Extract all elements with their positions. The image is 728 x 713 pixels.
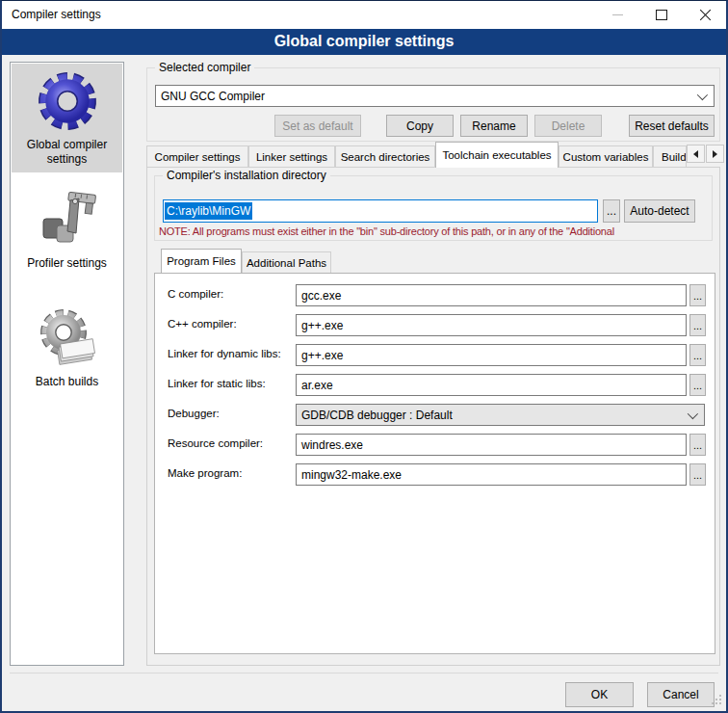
make-program-input[interactable]: mingw32-make.exe (296, 463, 687, 486)
c-compiler-label: C compiler: (168, 288, 223, 300)
static-linker-label: Linker for static libs: (168, 378, 266, 389)
field-row-c-compiler: C compiler: gcc.exe ... (155, 284, 715, 306)
sidebar-item-global-compiler-settings[interactable]: Global compiler settings (12, 64, 122, 172)
static-linker-value: ar.exe (301, 379, 333, 392)
make-program-browse-button[interactable]: ... (689, 463, 706, 486)
installation-directory-group-label: Compiler's installation directory (163, 169, 330, 182)
resource-compiler-input[interactable]: windres.exe (296, 434, 687, 456)
tab-custom-variables[interactable]: Custom variables (559, 145, 653, 168)
tab-search-directories[interactable]: Search directories (335, 145, 435, 168)
dynamic-linker-label: Linker for dynamic libs: (168, 348, 281, 359)
field-row-dynamic-linker: Linker for dynamic libs: g++.exe ... (155, 344, 715, 366)
sidebar-item-label: Profiler settings (13, 256, 121, 271)
sidebar-item-batch-builds[interactable]: Batch builds (12, 301, 122, 403)
toolchain-executables-page: Compiler's installation directory C:\ray… (146, 167, 720, 666)
program-files-page: C compiler: gcc.exe ... C++ compiler: g+… (154, 273, 715, 654)
cpp-compiler-label: C++ compiler: (168, 318, 237, 330)
cpp-compiler-value: g++.exe (301, 319, 343, 332)
tab-linker-settings[interactable]: Linker settings (248, 145, 335, 168)
footer-divider (10, 673, 718, 673)
sidebar-item-label: Batch builds (13, 375, 121, 389)
tab-scroll-left-button[interactable] (687, 145, 705, 163)
directory-note: NOTE: All programs must exist either in … (159, 225, 719, 237)
subtab-program-files[interactable]: Program Files (161, 249, 242, 273)
compiler-select[interactable]: GNU GCC Compiler (155, 85, 715, 107)
arrow-right-icon (713, 150, 717, 158)
tab-toolchain-executables[interactable]: Toolchain executables (435, 142, 559, 168)
auto-detect-button[interactable]: Auto-detect (624, 199, 695, 223)
arrow-left-icon (693, 150, 698, 158)
page-title: Global compiler settings (2, 29, 726, 55)
make-program-label: Make program: (168, 467, 242, 479)
ok-button[interactable]: OK (565, 682, 634, 707)
caliper-icon (37, 189, 98, 251)
reset-defaults-button[interactable]: Reset defaults (629, 115, 715, 137)
tab-build-options-truncated[interactable]: Build (653, 145, 687, 168)
compiler-settings-dialog: Compiler settings Global compiler settin… (0, 0, 728, 713)
compiler-select-value: GNU GCC Compiler (161, 90, 265, 103)
gray-gear-stack-icon (37, 307, 98, 369)
browse-directory-button[interactable]: ... (603, 199, 620, 223)
cancel-button[interactable]: Cancel (647, 682, 715, 707)
field-row-cpp-compiler: C++ compiler: g++.exe ... (155, 314, 715, 336)
chevron-down-icon (697, 90, 708, 100)
dynamic-linker-browse-button[interactable]: ... (689, 344, 706, 366)
selected-compiler-group-label: Selected compiler (155, 61, 254, 74)
make-program-value: mingw32-make.exe (301, 468, 402, 482)
sidebar-item-label: Global compiler settings (13, 138, 121, 167)
installation-directory-input[interactable]: C:\raylib\MinGW (163, 199, 598, 223)
tab-compiler-settings[interactable]: Compiler settings (146, 145, 248, 168)
close-icon (699, 10, 711, 21)
copy-button[interactable]: Copy (386, 115, 454, 137)
dynamic-linker-value: g++.exe (301, 349, 343, 362)
resize-grip[interactable] (711, 694, 722, 708)
blue-gear-icon (37, 70, 98, 132)
debugger-label: Debugger: (168, 408, 220, 419)
set-as-default-button: Set as default (274, 115, 361, 137)
cpp-compiler-browse-button[interactable]: ... (689, 314, 706, 336)
resource-compiler-value: windres.exe (301, 438, 363, 452)
maximize-button[interactable] (639, 1, 683, 29)
installation-directory-value: C:\raylib\MinGW (165, 202, 252, 220)
selected-compiler-group: Selected compiler GNU GCC Compiler Set a… (146, 67, 720, 142)
static-linker-input[interactable]: ar.exe (296, 374, 687, 396)
dynamic-linker-input[interactable]: g++.exe (296, 344, 687, 366)
chevron-down-icon (688, 409, 698, 419)
c-compiler-browse-button[interactable]: ... (689, 284, 706, 306)
resource-compiler-browse-button[interactable]: ... (689, 434, 706, 456)
field-row-debugger: Debugger: GDB/CDB debugger : Default (155, 404, 715, 426)
sidebar-item-profiler-settings[interactable]: Profiler settings (12, 182, 122, 282)
debugger-value: GDB/CDB debugger : Default (301, 409, 453, 422)
maximize-icon (656, 10, 667, 20)
debugger-select[interactable]: GDB/CDB debugger : Default (296, 404, 705, 426)
c-compiler-value: gcc.exe (301, 289, 341, 303)
field-row-static-linker: Linker for static libs: ar.exe ... (155, 374, 715, 396)
window-controls (596, 1, 726, 29)
field-row-make-program: Make program: mingw32-make.exe ... (155, 463, 715, 486)
subtab-additional-paths[interactable]: Additional Paths (242, 251, 331, 273)
close-button[interactable] (683, 1, 726, 29)
window-title: Compiler settings (12, 8, 101, 21)
minimize-button (596, 1, 639, 29)
cpp-compiler-input[interactable]: g++.exe (296, 314, 687, 336)
minimize-icon (612, 14, 623, 15)
field-row-resource-compiler: Resource compiler: windres.exe ... (155, 434, 715, 456)
rename-button[interactable]: Rename (460, 115, 528, 137)
settings-category-list: Global compiler settings Profiler settin… (10, 62, 124, 666)
c-compiler-input[interactable]: gcc.exe (296, 284, 687, 306)
static-linker-browse-button[interactable]: ... (689, 374, 706, 396)
tab-scroll-right-button[interactable] (706, 145, 724, 163)
delete-button: Delete (534, 115, 602, 137)
resource-compiler-label: Resource compiler: (168, 437, 263, 449)
titlebar: Compiler settings (2, 1, 726, 29)
